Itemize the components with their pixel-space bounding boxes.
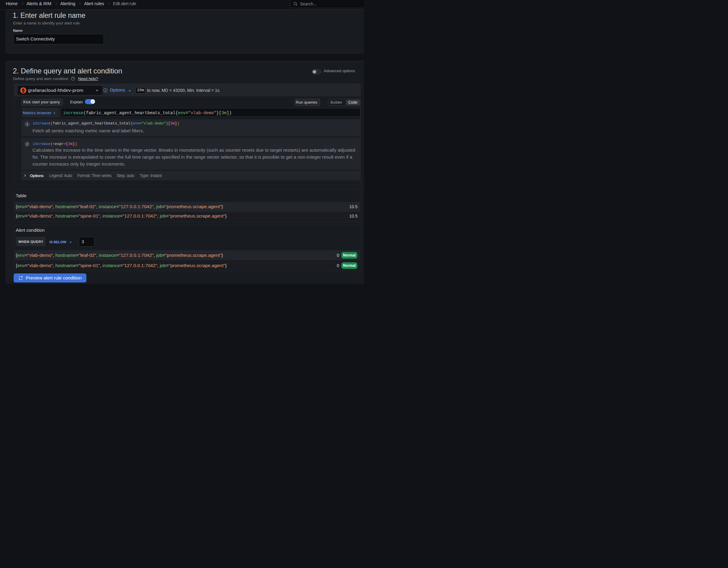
svg-text:?: ? [72,77,74,80]
